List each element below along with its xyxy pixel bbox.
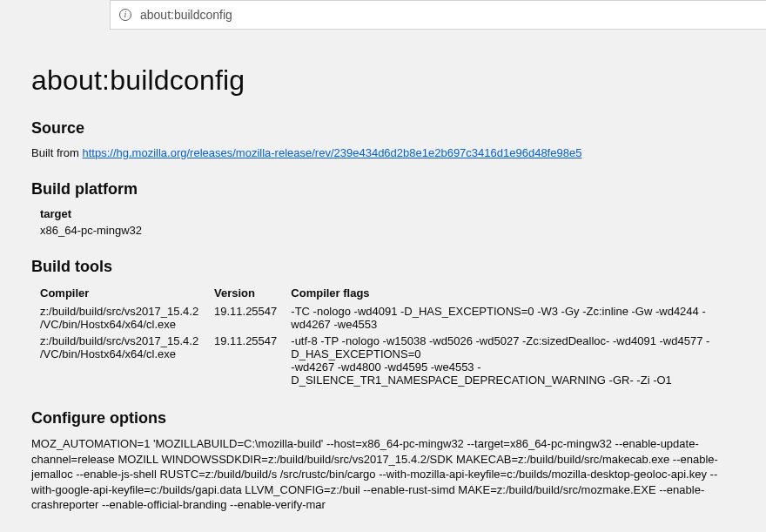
built-from-label: Built from — [31, 146, 83, 159]
cell-version: 19.11.25547 — [211, 333, 287, 388]
table-row: z:/build/build/src/vs2017_15.4.2 /VC/bin… — [37, 303, 735, 333]
page-title: about:buildconfig — [31, 64, 735, 97]
build-tools-table: Compiler Version Compiler flags z:/build… — [37, 285, 735, 388]
cell-compiler: z:/build/build/src/vs2017_15.4.2 /VC/bin… — [37, 333, 211, 388]
configure-options-heading: Configure options — [31, 409, 735, 428]
source-heading: Source — [31, 119, 735, 138]
cell-flags: -utf-8 -TP -nologo -w15038 -wd5026 -wd50… — [287, 333, 735, 388]
site-info-icon[interactable]: i — [119, 9, 131, 21]
build-tools-heading: Build tools — [31, 258, 735, 276]
cell-version: 19.11.25547 — [211, 303, 287, 333]
table-row: z:/build/build/src/vs2017_15.4.2 /VC/bin… — [37, 333, 735, 388]
build-platform-heading: Build platform — [31, 180, 735, 199]
col-compiler: Compiler — [37, 285, 211, 303]
cell-compiler: z:/build/build/src/vs2017_15.4.2 /VC/bin… — [37, 303, 211, 333]
target-label: target — [40, 207, 735, 220]
page-content: about:buildconfig Source Built from http… — [0, 30, 766, 513]
address-bar[interactable]: i about:buildconfig — [110, 0, 766, 30]
url-display: about:buildconfig — [140, 8, 232, 22]
cell-flags: -TC -nologo -wd4091 -D_HAS_EXCEPTIONS=0 … — [287, 303, 735, 333]
target-value: x86_64-pc-mingw32 — [40, 224, 735, 237]
configure-options-text: MOZ_AUTOMATION=1 'MOZILLABUILD=C:\mozill… — [31, 436, 735, 513]
col-flags: Compiler flags — [287, 285, 735, 303]
table-header-row: Compiler Version Compiler flags — [37, 285, 735, 303]
source-link[interactable]: https://hg.mozilla.org/releases/mozilla-… — [83, 146, 582, 159]
built-from: Built from https://hg.mozilla.org/releas… — [31, 146, 735, 159]
col-version: Version — [211, 285, 287, 303]
